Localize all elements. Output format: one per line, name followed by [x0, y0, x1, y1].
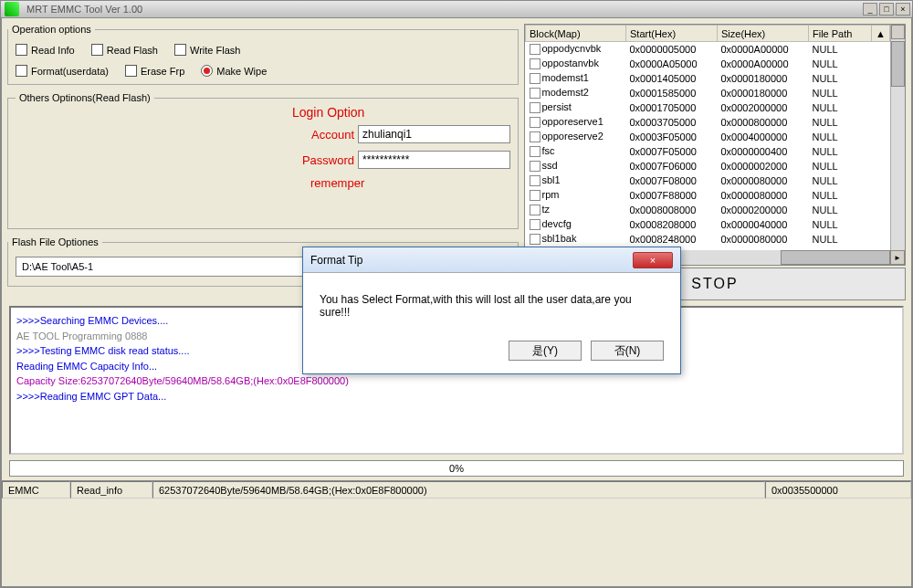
- scroll-up-button[interactable]: [891, 25, 905, 39]
- dialog-no-button[interactable]: 否(N): [591, 341, 664, 361]
- operation-options-group: Operation options Read Info Read Flash W…: [7, 24, 519, 85]
- password-input[interactable]: [358, 151, 510, 169]
- app-icon: [5, 2, 19, 16]
- dialog-message: You has Select Format,with this will los…: [320, 293, 664, 319]
- hscroll-thumb[interactable]: [781, 250, 890, 265]
- row-checkbox[interactable]: [530, 146, 540, 157]
- dialog-titlebar[interactable]: Format Tip ×: [303, 247, 680, 273]
- password-label: Password: [292, 153, 358, 167]
- partition-table: Block(Map) Start(Hex) Size(Hex) File Pat…: [524, 24, 906, 266]
- row-checkbox[interactable]: [530, 190, 540, 201]
- others-options-legend: Others Optinons(Read Flash): [16, 92, 154, 103]
- row-checkbox[interactable]: [530, 161, 540, 172]
- statusbar: EMMC Read_info 62537072640Byte/59640MB/5…: [2, 480, 911, 499]
- table-row[interactable]: oppodycnvbk0x00000050000x0000A00000NULL: [526, 42, 890, 57]
- account-label: Account: [292, 128, 358, 142]
- format-dialog: Format Tip × You has Select Format,with …: [302, 247, 681, 374]
- row-checkbox[interactable]: [530, 234, 540, 245]
- table-row[interactable]: rpm0x0007F880000x0000080000NULL: [526, 188, 890, 203]
- maximize-button[interactable]: □: [879, 3, 894, 16]
- col-size[interactable]: Size(Hex): [718, 26, 809, 42]
- dialog-close-button[interactable]: ×: [633, 252, 673, 268]
- write-flash-checkbox[interactable]: Write Flash: [174, 44, 240, 56]
- dialog-yes-button[interactable]: 是(Y): [509, 341, 582, 361]
- table-row[interactable]: opporeserve10x00037050000x0000800000NULL: [526, 115, 890, 130]
- col-start[interactable]: Start(Hex): [626, 26, 718, 42]
- progress-text: 0%: [449, 463, 464, 474]
- status-mode: EMMC: [2, 481, 70, 499]
- row-checkbox[interactable]: [530, 205, 540, 215]
- login-panel: Login Option Account Password rememper: [285, 101, 518, 201]
- format-checkbox[interactable]: Format(userdata): [16, 65, 109, 77]
- col-block[interactable]: Block(Map): [526, 26, 626, 42]
- close-button[interactable]: ×: [896, 3, 910, 16]
- table-row[interactable]: ssd0x0007F060000x0000002000NULL: [526, 159, 890, 173]
- table-row[interactable]: modemst20x00015850000x0000180000NULL: [526, 86, 890, 100]
- table-row[interactable]: opporeserve20x0003F050000x0004000000NULL: [526, 130, 890, 144]
- table-row[interactable]: devcfg0x00082080000x0000040000NULL: [526, 217, 890, 232]
- row-checkbox[interactable]: [530, 44, 540, 55]
- table-row[interactable]: oppostanvbk0x0000A050000x0000A00000NULL: [526, 57, 890, 71]
- status-op: Read_info: [70, 481, 152, 499]
- col-path[interactable]: File Path: [809, 26, 872, 42]
- row-checkbox[interactable]: [530, 219, 540, 230]
- table-row[interactable]: persist0x00017050000x0002000000NULL: [526, 100, 890, 115]
- table-row[interactable]: modemst10x00014050000x0000180000NULL: [526, 71, 890, 86]
- row-checkbox[interactable]: [530, 58, 540, 69]
- row-checkbox[interactable]: [530, 131, 540, 142]
- flash-file-legend: Flash File Optiones: [8, 236, 102, 247]
- row-checkbox[interactable]: [530, 73, 540, 84]
- row-checkbox[interactable]: [530, 117, 540, 128]
- row-checkbox[interactable]: [530, 102, 540, 113]
- account-input[interactable]: [358, 125, 510, 143]
- make-wipe-radio[interactable]: Make Wipe: [201, 65, 267, 77]
- others-options-group: Others Optinons(Read Flash) Login Option…: [7, 92, 519, 229]
- read-flash-checkbox[interactable]: Read Flash: [91, 44, 158, 56]
- table-row[interactable]: fsc0x0007F050000x0000000400NULL: [526, 144, 890, 159]
- progress-bar: 0%: [9, 460, 904, 477]
- titlebar: MRT EMMC Tool Ver 1.00 _ □ ×: [0, 0, 913, 18]
- row-checkbox[interactable]: [530, 88, 540, 99]
- login-title: Login Option: [292, 105, 510, 120]
- minimize-button[interactable]: _: [863, 3, 877, 16]
- table-row[interactable]: sbl10x0007F080000x0000080000NULL: [526, 173, 890, 188]
- table-row[interactable]: sbl1bak0x00082480000x0000080000NULL: [526, 232, 890, 247]
- remember-label[interactable]: rememper: [310, 176, 364, 190]
- erase-frp-checkbox[interactable]: Erase Frp: [125, 65, 184, 77]
- scroll-thumb[interactable]: [891, 41, 905, 87]
- status-capacity: 62537072640Byte/59640MB/58.64GB;(Hex:0x0…: [152, 481, 765, 499]
- vertical-scrollbar[interactable]: ▼: [890, 25, 905, 265]
- scroll-right-button[interactable]: ►: [890, 250, 905, 265]
- status-hex: 0x0035500000: [765, 481, 911, 499]
- row-checkbox[interactable]: [530, 175, 540, 186]
- window-title: MRT EMMC Tool Ver 1.00: [23, 4, 863, 15]
- col-scroll-up[interactable]: ▲: [872, 26, 890, 42]
- dialog-title: Format Tip: [310, 254, 633, 267]
- table-row[interactable]: tz0x00080080000x0000200000NULL: [526, 203, 890, 217]
- operation-options-legend: Operation options: [8, 24, 95, 35]
- read-info-checkbox[interactable]: Read Info: [16, 44, 75, 56]
